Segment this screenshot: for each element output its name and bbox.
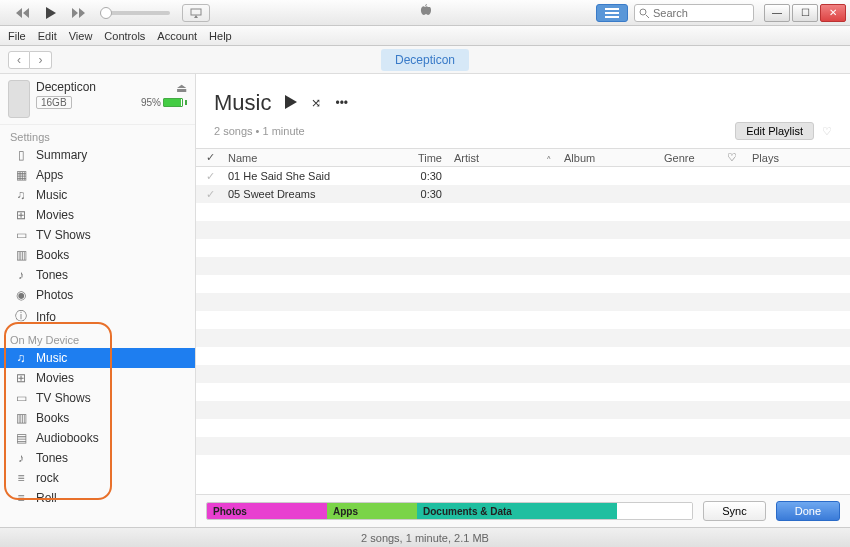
movies-icon: ⊞: [14, 371, 28, 385]
sidebar-item-photos[interactable]: ◉Photos: [0, 285, 195, 305]
table-row[interactable]: ✓05 Sweet Dreams0:30: [196, 185, 850, 203]
table-row[interactable]: [196, 203, 850, 221]
sidebar-item-tones[interactable]: ♪Tones: [0, 265, 195, 285]
battery-icon: [163, 98, 183, 107]
table-row[interactable]: [196, 311, 850, 329]
device-name: Decepticon: [36, 80, 96, 94]
heart-icon[interactable]: ♡: [822, 125, 832, 138]
info-icon: ⓘ: [14, 308, 28, 325]
menu-view[interactable]: View: [69, 30, 93, 42]
table-row[interactable]: [196, 257, 850, 275]
storage-photos: Photos: [207, 503, 327, 519]
sidebar-item-info[interactable]: ⓘInfo: [0, 305, 195, 328]
list-view-button[interactable]: [596, 4, 628, 22]
col-genre[interactable]: Genre: [658, 152, 718, 164]
device-header: Decepticon ⏏ 16GB 95%: [0, 74, 195, 125]
edit-playlist-button[interactable]: Edit Playlist: [735, 122, 814, 140]
menu-controls[interactable]: Controls: [104, 30, 145, 42]
minimize-button[interactable]: —: [764, 4, 790, 22]
table-row[interactable]: [196, 239, 850, 257]
table-row[interactable]: [196, 419, 850, 437]
table-row[interactable]: ✓01 He Said She Said0:30: [196, 167, 850, 185]
play-button[interactable]: [38, 4, 64, 22]
apple-logo-icon: [418, 3, 432, 22]
done-button[interactable]: Done: [776, 501, 840, 521]
playlist-icon: ≡: [14, 491, 28, 505]
omd-item-books[interactable]: ▥Books: [0, 408, 195, 428]
table-row[interactable]: [196, 221, 850, 239]
table-row[interactable]: [196, 293, 850, 311]
play-all-button[interactable]: [285, 95, 297, 112]
playlist-icon: ≡: [14, 471, 28, 485]
omd-item-music[interactable]: ♫Music: [0, 348, 195, 368]
svg-rect-2: [605, 12, 619, 14]
sync-button[interactable]: Sync: [703, 501, 765, 521]
footer-bar: Photos Apps Documents & Data Sync Done: [196, 494, 850, 527]
storage-free: [617, 503, 692, 519]
sidebar-item-tvshows[interactable]: ▭TV Shows: [0, 225, 195, 245]
omd-item-tvshows[interactable]: ▭TV Shows: [0, 388, 195, 408]
playback-controls: [0, 4, 210, 22]
forward-button[interactable]: ›: [30, 51, 52, 69]
menu-file[interactable]: File: [8, 30, 26, 42]
omd-item-audiobooks[interactable]: ▤Audiobooks: [0, 428, 195, 448]
storage-apps: Apps: [327, 503, 417, 519]
table-row[interactable]: [196, 347, 850, 365]
col-heart[interactable]: ♡: [718, 151, 746, 164]
col-name[interactable]: Name: [224, 152, 404, 164]
col-album[interactable]: Album: [558, 152, 658, 164]
storage-bar: Photos Apps Documents & Data: [206, 502, 693, 520]
device-tab[interactable]: Decepticon: [381, 49, 469, 71]
col-time[interactable]: Time: [404, 152, 448, 164]
col-artist[interactable]: Artist˄: [448, 152, 558, 164]
shuffle-button[interactable]: ⤨: [311, 96, 321, 110]
omd-item-movies[interactable]: ⊞Movies: [0, 368, 195, 388]
sidebar-item-books[interactable]: ▥Books: [0, 245, 195, 265]
storage-docs: Documents & Data: [417, 503, 617, 519]
sidebar-item-movies[interactable]: ⊞Movies: [0, 205, 195, 225]
col-plays[interactable]: Plays: [746, 152, 850, 164]
omd-item-tones[interactable]: ♪Tones: [0, 448, 195, 468]
menu-account[interactable]: Account: [157, 30, 197, 42]
titlebar: — ☐ ✕: [0, 0, 850, 26]
books-icon: ▥: [14, 411, 28, 425]
movies-icon: ⊞: [14, 208, 28, 222]
omd-item-roll[interactable]: ≡Roll: [0, 488, 195, 508]
table-row[interactable]: [196, 383, 850, 401]
table-row[interactable]: [196, 275, 850, 293]
close-button[interactable]: ✕: [820, 4, 846, 22]
next-button[interactable]: [66, 4, 92, 22]
menu-help[interactable]: Help: [209, 30, 232, 42]
svg-rect-1: [605, 8, 619, 10]
tv-icon: ▭: [14, 228, 28, 242]
back-button[interactable]: ‹: [8, 51, 30, 69]
page-title: Music: [214, 90, 271, 116]
settings-header: Settings: [0, 125, 195, 145]
omd-item-rock[interactable]: ≡rock: [0, 468, 195, 488]
table-row[interactable]: [196, 365, 850, 383]
airplay-button[interactable]: [182, 4, 210, 22]
eject-icon[interactable]: ⏏: [176, 81, 187, 95]
prev-button[interactable]: [10, 4, 36, 22]
volume-slider[interactable]: [100, 11, 170, 15]
sidebar-item-summary[interactable]: ▯Summary: [0, 145, 195, 165]
audiobooks-icon: ▤: [14, 431, 28, 445]
music-icon: ♫: [14, 188, 28, 202]
sidebar: Decepticon ⏏ 16GB 95% Settings ▯Summary …: [0, 74, 196, 527]
table-header: ✓ Name Time Artist˄ Album Genre ♡ Plays: [196, 148, 850, 167]
table-row[interactable]: [196, 329, 850, 347]
menu-edit[interactable]: Edit: [38, 30, 57, 42]
capacity-badge: 16GB: [36, 96, 72, 109]
sidebar-item-music[interactable]: ♫Music: [0, 185, 195, 205]
books-icon: ▥: [14, 248, 28, 262]
search-input[interactable]: [634, 4, 754, 22]
maximize-button[interactable]: ☐: [792, 4, 818, 22]
apps-icon: ▦: [14, 168, 28, 182]
table-row[interactable]: [196, 437, 850, 455]
tabs-row: ‹ › Decepticon: [0, 46, 850, 74]
phone-icon: ▯: [14, 148, 28, 162]
col-check[interactable]: ✓: [196, 151, 224, 164]
more-button[interactable]: •••: [335, 96, 348, 110]
table-row[interactable]: [196, 401, 850, 419]
sidebar-item-apps[interactable]: ▦Apps: [0, 165, 195, 185]
